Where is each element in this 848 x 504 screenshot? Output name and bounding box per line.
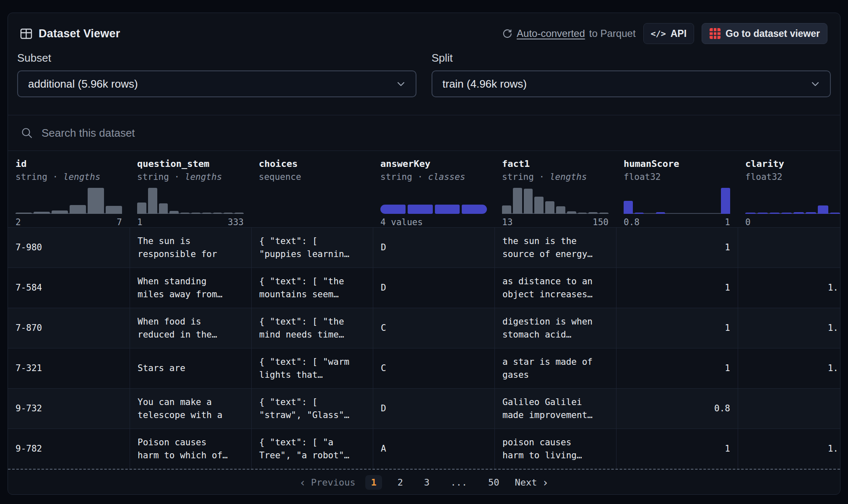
cell-humanScore[interactable]: 1 xyxy=(616,348,738,388)
cell-fact1[interactable]: as distance to an object increases… xyxy=(494,268,616,308)
search-input[interactable] xyxy=(41,126,840,140)
column-name: answerKey xyxy=(380,158,487,169)
column-type: float32 xyxy=(624,172,730,182)
cell-choices[interactable]: { "text": [ "straw", "Glass"… xyxy=(251,389,373,429)
cell-text: 1 xyxy=(725,241,730,254)
go-to-dataset-viewer-button[interactable]: Go to dataset viewer xyxy=(702,23,827,44)
cell-question_stem[interactable]: The sun is responsible for xyxy=(130,228,251,268)
cell-question_stem[interactable]: When food is reduced in the… xyxy=(130,308,251,348)
column-name: humanScore xyxy=(624,158,730,169)
cell-answerKey[interactable]: A xyxy=(373,429,494,469)
cell-text: When standing miles away from… xyxy=(138,275,222,301)
cell-clarity[interactable]: 1. xyxy=(738,308,840,348)
cell-humanScore[interactable]: 1 xyxy=(616,228,738,268)
cell-clarity[interactable]: 1. xyxy=(738,348,840,388)
histogram-humanScore[interactable] xyxy=(624,186,730,214)
cell-text: 9-732 xyxy=(16,402,42,415)
cell-question_stem[interactable]: When standing miles away from… xyxy=(130,268,251,308)
pagination-page-...[interactable]: ... xyxy=(445,475,473,490)
pagination-previous-label: Previous xyxy=(311,477,356,488)
cell-answerKey[interactable]: D xyxy=(373,228,494,268)
cell-humanScore[interactable]: 1 xyxy=(616,268,738,308)
pagination-next[interactable]: Next› xyxy=(515,477,549,488)
histogram-id[interactable] xyxy=(16,186,122,214)
cell-id[interactable]: 7-980 xyxy=(8,228,130,268)
cell-choices[interactable]: { "text": [ "a Tree", "a robot"… xyxy=(251,429,373,469)
histogram-bar xyxy=(106,206,122,214)
cell-id[interactable]: 7-321 xyxy=(8,348,130,388)
cell-fact1[interactable]: a star is made of gases xyxy=(494,348,616,388)
histogram-bar xyxy=(556,206,565,214)
cell-text: 1. xyxy=(828,442,838,455)
table-header-row: idstring · lengths27question_stemstring … xyxy=(8,151,840,227)
cell-clarity[interactable] xyxy=(738,228,840,268)
histogram-clarity[interactable] xyxy=(745,186,840,214)
histogram-range: 0 xyxy=(745,217,833,227)
auto-converted-suffix: to Parquet xyxy=(589,28,636,39)
histogram-bar xyxy=(88,188,104,214)
histogram-bar xyxy=(169,211,179,214)
chevron-left-icon: ‹ xyxy=(299,477,306,488)
cell-clarity[interactable]: 1. xyxy=(738,429,840,469)
split-label: Split xyxy=(432,52,831,65)
histogram-bar xyxy=(545,201,554,214)
cell-fact1[interactable]: Galileo Galilei made improvement… xyxy=(494,389,616,429)
split-select[interactable]: train (4.96k rows) xyxy=(432,70,831,97)
class-segment xyxy=(435,205,460,214)
histogram-question_stem[interactable] xyxy=(137,186,244,214)
histogram-choices xyxy=(259,186,365,214)
pagination-page-50[interactable]: 50 xyxy=(483,475,505,490)
class-segment xyxy=(462,205,487,214)
cell-clarity[interactable]: 1. xyxy=(738,268,840,308)
subset-label: Subset xyxy=(17,52,416,65)
histogram-bar xyxy=(137,203,146,214)
histogram-bar xyxy=(656,212,665,214)
subset-select[interactable]: additional (5.96k rows) xyxy=(17,70,416,97)
pagination-previous[interactable]: ‹Previous xyxy=(299,477,356,488)
cell-fact1[interactable]: digestion is when stomach acid… xyxy=(494,308,616,348)
pagination-page-3[interactable]: 3 xyxy=(419,475,435,490)
histogram-range: 4 values xyxy=(380,217,487,227)
column-header-humanScore: humanScorefloat320.81 xyxy=(616,151,738,227)
cell-fact1[interactable]: poison causes harm to living… xyxy=(494,429,616,469)
histogram-bar xyxy=(721,188,730,214)
cell-choices[interactable]: { "text": [ "the mountains seem… xyxy=(251,268,373,308)
table-row: 9-732You can make a telescope with a{ "t… xyxy=(8,388,840,429)
cell-answerKey[interactable]: D xyxy=(373,389,494,429)
cell-question_stem[interactable]: Stars are xyxy=(130,348,251,388)
cell-answerKey[interactable]: D xyxy=(373,268,494,308)
cell-choices[interactable]: { "text": [ "puppies learnin… xyxy=(251,228,373,268)
histogram-bar xyxy=(635,213,644,214)
cell-id[interactable]: 9-732 xyxy=(8,389,130,429)
auto-converted-link[interactable]: Auto-converted xyxy=(517,28,585,39)
column-header-id: idstring · lengths27 xyxy=(8,151,130,227)
cell-clarity[interactable] xyxy=(738,389,840,429)
api-button[interactable]: </> API xyxy=(643,23,694,44)
pagination-page-1[interactable]: 1 xyxy=(365,475,382,490)
cell-question_stem[interactable]: You can make a telescope with a xyxy=(130,389,251,429)
cell-id[interactable]: 7-870 xyxy=(8,308,130,348)
cell-text: A xyxy=(381,442,386,455)
histogram-max: 1 xyxy=(725,217,730,227)
cell-answerKey[interactable]: C xyxy=(373,348,494,388)
histogram-bar xyxy=(534,197,544,214)
cell-humanScore[interactable]: 0.8 xyxy=(616,389,738,429)
cell-fact1[interactable]: the sun is the source of energy… xyxy=(494,228,616,268)
histogram-fact1[interactable] xyxy=(502,186,609,214)
cell-humanScore[interactable]: 1 xyxy=(616,308,738,348)
cell-id[interactable]: 7-584 xyxy=(8,268,130,308)
histogram-answerKey[interactable] xyxy=(380,186,487,214)
cell-answerKey[interactable]: C xyxy=(373,308,494,348)
pagination-page-2[interactable]: 2 xyxy=(392,475,408,490)
chevron-down-icon xyxy=(395,78,406,89)
cell-id[interactable]: 9-782 xyxy=(8,429,130,469)
cell-choices[interactable]: { "text": [ "warm lights that… xyxy=(251,348,373,388)
cell-text: D xyxy=(381,241,386,254)
header-actions: Auto-converted to Parquet </> API G xyxy=(502,23,827,44)
histogram-bar xyxy=(781,213,792,214)
cell-text: the sun is the source of energy… xyxy=(502,235,593,261)
cell-question_stem[interactable]: Poison causes harm to which of… xyxy=(130,429,251,469)
cell-humanScore[interactable]: 1 xyxy=(616,429,738,469)
cell-choices[interactable]: { "text": [ "the mind needs time… xyxy=(251,308,373,348)
pagination-next-label: Next xyxy=(515,477,537,488)
